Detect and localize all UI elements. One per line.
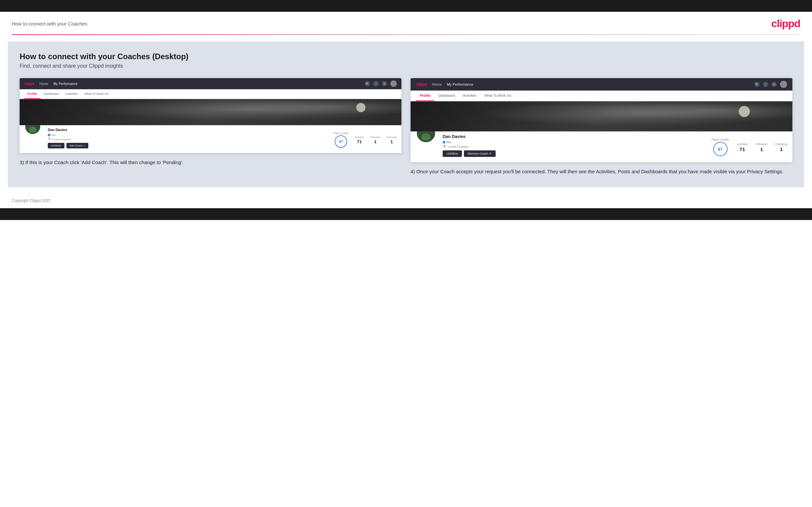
right-avatar-icon[interactable] [780, 81, 787, 88]
left-stat-followers: Followers 1 [370, 136, 380, 144]
right-search-icon[interactable]: 🔍 [754, 82, 760, 87]
right-stat-followers: Followers 1 [756, 143, 767, 152]
right-profile-info: Dan Davies Pro 📍 United Kingdom [443, 134, 496, 157]
right-profile-badge: Pro [443, 140, 451, 144]
right-location-pin: 📍 [443, 145, 446, 149]
right-nav-icons: 🔍 👤 ⚙ [754, 81, 787, 88]
left-profile-buttons: Unfollow Add Coach + [48, 143, 88, 149]
left-tab-whattoworkon[interactable]: What To Work On [81, 89, 112, 99]
left-mockup-profile: Dan Davies Pro 📍 United Kingdom [20, 125, 401, 153]
right-column: clippd Home My Performance 🔍 👤 ⚙ Profile… [411, 78, 792, 175]
right-mockup-tabs: Profile Dashboard Activities What To Wor… [411, 91, 792, 101]
main-content: How to connect with your Coaches (Deskto… [8, 42, 804, 187]
right-mockup-stats: Player Quality 97 Activities 71 [712, 134, 787, 156]
left-nav-myperformance[interactable]: My Performance [53, 82, 77, 86]
right-mockup-nav: clippd Home My Performance 🔍 👤 ⚙ [411, 78, 792, 91]
left-unfollow-button[interactable]: Unfollow [48, 143, 64, 149]
right-profile-location: 📍 United Kingdom [443, 145, 496, 149]
left-mockup-nav: clippd Home My Performance 🔍 👤 ⚙ [20, 78, 401, 89]
svg-point-1 [29, 127, 37, 133]
left-profile-location: 📍 United Kingdom [48, 138, 88, 141]
left-profile-details: Dan Davies Pro 📍 United Kingdom [48, 125, 397, 149]
right-user-icon[interactable]: 👤 [763, 82, 768, 87]
left-mockup-logo: clippd [24, 82, 34, 86]
left-tab-profile[interactable]: Profile [24, 89, 41, 99]
left-user-icon[interactable]: 👤 [373, 81, 378, 86]
right-mockup-profile: Dan Davies Pro 📍 United Kingdom [411, 131, 792, 162]
right-banner-overlay [411, 101, 792, 131]
page-footer: Copyright Clippd 2022 [0, 194, 812, 208]
right-mockup-logo: clippd [416, 82, 427, 87]
right-mockup-banner [411, 101, 792, 131]
right-stat-activities: Activities 71 [737, 143, 748, 152]
left-location-pin: 📍 [48, 138, 51, 141]
left-avatar-icon[interactable] [390, 80, 397, 87]
right-tab-activities[interactable]: Activities [459, 91, 480, 101]
right-tab-dashboard[interactable]: Dashboard [435, 91, 459, 101]
right-profile-details: Dan Davies Pro 📍 United Kingdom [443, 131, 787, 157]
right-tab-whattoworkon[interactable]: What To Work On [480, 91, 515, 101]
left-stat-quality: Player Quality 97 [334, 132, 349, 148]
left-settings-icon[interactable]: ⚙ [382, 81, 387, 86]
right-profile-buttons: Unfollow Remove Coach ✕ [443, 150, 496, 157]
right-mockup: clippd Home My Performance 🔍 👤 ⚙ Profile… [411, 78, 792, 162]
right-quality-circle: 97 [713, 142, 727, 156]
bottom-bar [0, 208, 812, 220]
left-badge-icon [48, 134, 50, 136]
right-stat-following: Following 1 [775, 143, 787, 152]
left-mockup: clippd Home My Performance 🔍 👤 ⚙ Profile… [20, 78, 401, 153]
main-subtitle: Find, connect and share your Clippd insi… [20, 63, 792, 69]
screenshots-row: clippd Home My Performance 🔍 👤 ⚙ Profile… [20, 78, 792, 175]
header-divider [12, 34, 800, 35]
page-header: How to connect with your Coaches clippd [0, 12, 812, 30]
left-search-icon[interactable]: 🔍 [365, 81, 370, 86]
left-profile-badge: Pro [48, 134, 55, 136]
left-mockup-stats: Player Quality 97 Activities 71 [334, 128, 397, 148]
right-profile-name: Dan Davies [443, 134, 496, 139]
left-stat-following: Following 1 [386, 136, 397, 144]
left-quality-circle: 97 [335, 135, 347, 148]
left-profile-name: Dan Davies [48, 128, 88, 132]
left-banner-moon [356, 103, 365, 112]
main-title: How to connect with your Coaches (Deskto… [20, 52, 792, 61]
page-header-title: How to connect with your Coaches [12, 21, 87, 26]
left-stat-activities: Activities 71 [355, 136, 364, 144]
top-bar [0, 0, 812, 12]
left-banner-overlay [20, 99, 401, 125]
left-profile-info: Dan Davies Pro 📍 United Kingdom [48, 128, 88, 149]
right-description: 4) Once your Coach accepts your request … [411, 168, 792, 175]
left-description: 3) If this is your Coach click 'Add Coac… [20, 159, 401, 166]
right-stat-quality: Player Quality 97 [712, 138, 729, 156]
clippd-logo: clippd [771, 18, 800, 30]
left-mockup-banner [20, 99, 401, 125]
copyright-text: Copyright Clippd 2022 [12, 199, 51, 203]
right-badge-icon [443, 141, 445, 144]
left-tab-activities[interactable]: Activities [62, 89, 81, 99]
svg-point-3 [421, 133, 430, 140]
right-removecoach-button[interactable]: Remove Coach ✕ [464, 150, 496, 157]
left-nav-icons: 🔍 👤 ⚙ [365, 80, 397, 87]
right-nav-home[interactable]: Home [432, 82, 442, 86]
right-unfollow-button[interactable]: Unfollow [443, 150, 462, 157]
left-tab-dashboard[interactable]: Dashboard [41, 89, 62, 99]
right-nav-myperformance[interactable]: My Performance [447, 82, 473, 86]
left-addcoach-button[interactable]: Add Coach + [66, 143, 88, 149]
left-column: clippd Home My Performance 🔍 👤 ⚙ Profile… [20, 78, 401, 166]
right-banner-moon [739, 106, 750, 117]
left-nav-home[interactable]: Home [40, 82, 48, 86]
right-settings-icon[interactable]: ⚙ [771, 82, 777, 87]
right-tab-profile[interactable]: Profile [416, 91, 435, 101]
left-mockup-tabs: Profile Dashboard Activities What To Wor… [20, 89, 401, 99]
